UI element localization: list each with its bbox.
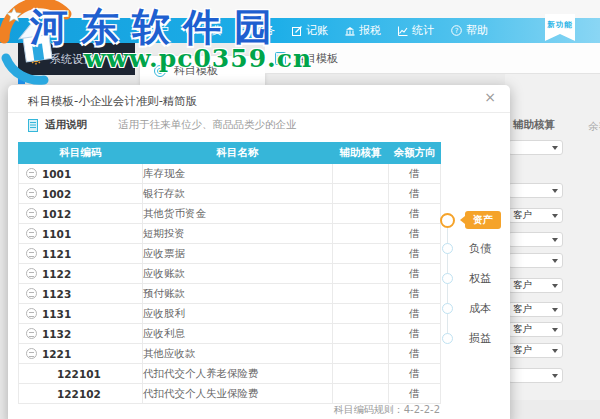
- col-aux-accounting: 辅助核算: [333, 143, 389, 164]
- aux-dropdown[interactable]: 客户: [508, 343, 563, 358]
- subject-toggle-icon[interactable]: [26, 308, 37, 319]
- watermark-url: www.pc0359.cn: [84, 44, 312, 73]
- chevron-down-icon: [552, 308, 558, 312]
- chevron-down-icon: [552, 349, 558, 353]
- aux-dropdown[interactable]: [508, 253, 563, 268]
- step-circle-icon: [442, 333, 453, 344]
- subject-toggle-icon[interactable]: [26, 248, 37, 259]
- subject-template-modal: 科目模板-小企业会计准则-精简版 × 适用说明 适用于往来单位少、商品品类少的企…: [8, 85, 510, 419]
- nav-item-帮助[interactable]: ?帮助: [451, 23, 488, 38]
- aux-dropdown[interactable]: 客户: [508, 278, 563, 293]
- subject-aux: [333, 304, 389, 324]
- table-row[interactable]: 1221其他应收款借: [19, 344, 441, 364]
- nav-item-报税[interactable]: 报税: [345, 23, 381, 38]
- subject-balance-direction: 借: [389, 264, 441, 284]
- step-损益[interactable]: 损益: [442, 331, 491, 346]
- aux-dropdown[interactable]: 客户: [508, 322, 563, 337]
- aux-dropdown-value: 客户: [513, 344, 552, 357]
- aux-dropdown[interactable]: [508, 140, 563, 155]
- nav-item-label: 报税: [359, 23, 381, 38]
- step-circle-icon: [442, 303, 453, 314]
- aux-dropdown-value: 客户: [513, 209, 552, 222]
- subject-balance-direction: 借: [389, 244, 441, 264]
- bank-icon: [345, 26, 355, 36]
- step-成本[interactable]: 成本: [442, 301, 491, 316]
- subject-name: 银行存款: [143, 184, 333, 204]
- step-circle-icon: [442, 243, 453, 254]
- table-row[interactable]: 122101代扣代交个人养老保险费借: [19, 364, 441, 384]
- question-icon: ?: [451, 25, 462, 36]
- step-label: 资产: [465, 211, 501, 229]
- aux-accounting-header: 辅助核算: [513, 118, 555, 132]
- step-负债[interactable]: 负债: [442, 241, 491, 256]
- subject-name: 预付账款: [143, 284, 333, 304]
- subject-toggle-icon[interactable]: [26, 328, 37, 339]
- step-label: 权益: [469, 271, 491, 286]
- table-row[interactable]: 1001库存现金借: [19, 164, 441, 184]
- table-row[interactable]: 1101短期投资借: [19, 224, 441, 244]
- svg-text:?: ?: [455, 27, 459, 35]
- aux-dropdown[interactable]: [508, 232, 563, 247]
- subject-aux: [333, 224, 389, 244]
- subject-balance-direction: 借: [389, 184, 441, 204]
- chart-icon: [398, 26, 408, 36]
- subject-balance-direction: 借: [389, 344, 441, 364]
- subject-balance-direction: 借: [389, 324, 441, 344]
- table-row[interactable]: 1131应收股利借: [19, 304, 441, 324]
- subject-code: 1132: [42, 328, 71, 340]
- subject-aux: [333, 244, 389, 264]
- subject-aux: [333, 284, 389, 304]
- aux-dropdown[interactable]: [508, 368, 563, 383]
- subject-name: 代扣代交个人养老保险费: [143, 364, 333, 384]
- category-stepper: 资产负债权益成本损益: [440, 85, 510, 419]
- subject-aux: [333, 324, 389, 344]
- table-row[interactable]: 1012其他货币资金借: [19, 204, 441, 224]
- aux-dropdown-value: 客户: [513, 303, 552, 316]
- nav-item-记账[interactable]: 记账: [292, 23, 328, 38]
- subject-code: 1012: [42, 208, 71, 220]
- chevron-down-icon: [552, 374, 558, 378]
- aux-dropdown[interactable]: [508, 183, 563, 198]
- aux-dropdown[interactable]: 客户: [508, 302, 563, 317]
- subject-name: 代扣代交个人失业保险费: [143, 384, 333, 404]
- subject-name: 其他货币资金: [143, 204, 333, 224]
- subject-code: 122101: [57, 368, 101, 380]
- usage-note-text: 适用于往来单位少、商品品类少的企业: [118, 118, 297, 132]
- nav-item-统计[interactable]: 统计: [398, 23, 434, 38]
- chevron-down-icon: [552, 146, 558, 150]
- subject-toggle-icon[interactable]: [26, 168, 37, 179]
- step-circle-icon: [442, 273, 453, 284]
- table-row[interactable]: 1123预付账款借: [19, 284, 441, 304]
- subject-code: 122102: [57, 388, 101, 400]
- edit-icon: [292, 26, 302, 36]
- table-row[interactable]: 1002银行存款借: [19, 184, 441, 204]
- step-资产[interactable]: 资产: [442, 211, 501, 229]
- subject-aux: [333, 364, 389, 384]
- subject-code: 1221: [42, 348, 71, 360]
- step-label: 损益: [469, 331, 491, 346]
- aux-dropdown-value: 客户: [513, 279, 552, 292]
- table-row[interactable]: 1122应收账款借: [19, 264, 441, 284]
- table-row[interactable]: 122102代扣代交个人失业保险费借: [19, 384, 441, 404]
- subject-toggle-icon[interactable]: [26, 188, 37, 199]
- chevron-down-icon: [552, 214, 558, 218]
- step-权益[interactable]: 权益: [442, 271, 491, 286]
- step-circle-icon: [440, 213, 455, 228]
- subject-code: 1122: [42, 268, 71, 280]
- aux-dropdown[interactable]: 客户: [508, 208, 563, 223]
- subject-code: 1001: [42, 168, 71, 180]
- table-row[interactable]: 1132应收利息借: [19, 324, 441, 344]
- subject-toggle-icon[interactable]: [26, 348, 37, 359]
- subject-toggle-icon[interactable]: [26, 268, 37, 279]
- subject-toggle-icon[interactable]: [26, 228, 37, 239]
- modal-title: 科目模板-小企业会计准则-精简版: [28, 94, 197, 109]
- subject-balance-direction: 借: [389, 364, 441, 384]
- table-row[interactable]: 1121应收票据借: [19, 244, 441, 264]
- subject-toggle-icon[interactable]: [26, 208, 37, 219]
- nav-item-label: 帮助: [466, 23, 488, 38]
- chevron-down-icon: [552, 284, 558, 288]
- subject-aux: [333, 384, 389, 404]
- subject-toggle-icon[interactable]: [26, 288, 37, 299]
- balance-direction-header-clipped: 余额方向: [588, 120, 600, 134]
- usage-note-label: 适用说明: [45, 118, 87, 132]
